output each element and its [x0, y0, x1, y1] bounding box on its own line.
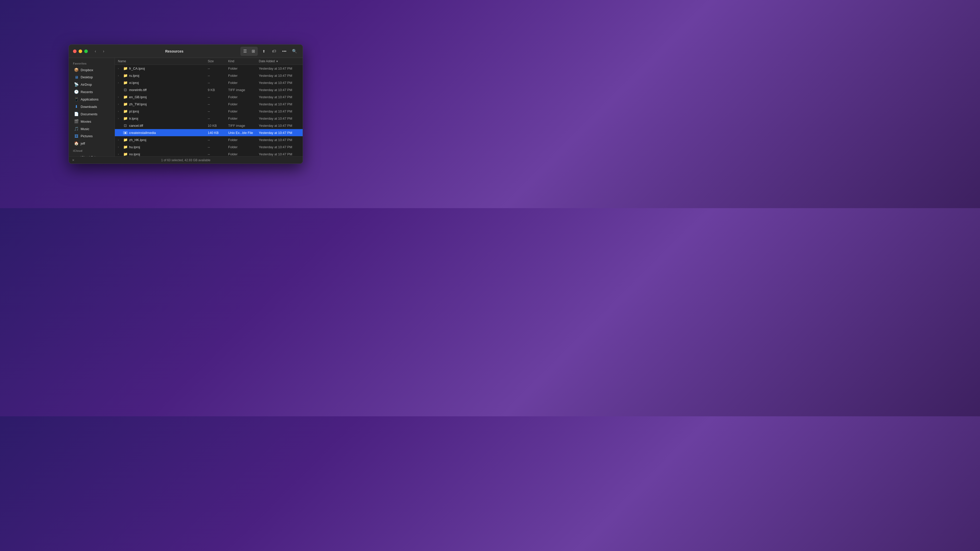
file-kind: Folder	[228, 81, 259, 85]
file-size: 10 KB	[208, 124, 228, 127]
file-name-col: › 📁 zh_HK.lproj	[118, 138, 208, 142]
folder-icon: 📁	[123, 116, 127, 121]
col-name-header[interactable]: Name	[118, 59, 208, 63]
sidebar-item-dropbox[interactable]: 📦 Dropbox	[70, 66, 113, 73]
table-row[interactable]: › 📁 zh_HK.lproj -- Folder Yesterday at 1…	[115, 136, 303, 143]
table-row[interactable]: › 📁 hu.lproj -- Folder Yesterday at 10:4…	[115, 143, 303, 151]
folder-icon: 📁	[123, 138, 127, 142]
folder-icon: 📁	[123, 145, 127, 149]
file-name-col: › 📁 no.lproj	[118, 152, 208, 156]
file-date: Yesterday at 10:47 PM	[259, 138, 300, 142]
table-row[interactable]: ⊡ moreInfo.tiff 9 KB TIFF image Yesterda…	[115, 86, 303, 94]
grid-view-button[interactable]: ⊞	[249, 47, 257, 56]
expand-arrow-icon[interactable]: ›	[118, 146, 121, 148]
sidebar-item-downloads[interactable]: ⬇ Downloads	[70, 103, 113, 110]
table-row[interactable]: › 📁 fr_CA.lproj -- Folder Yesterday at 1…	[115, 65, 303, 72]
sidebar-item-applications[interactable]: 📱 Applications	[70, 96, 113, 103]
expand-arrow-icon[interactable]: ›	[118, 74, 121, 77]
col-size-header[interactable]: Size	[208, 59, 228, 63]
file-name-col: › 📁 zh_TW.lproj	[118, 102, 208, 106]
file-name: zh_TW.lproj	[129, 102, 147, 106]
folder-icon: 📁	[123, 81, 127, 85]
minimize-button[interactable]	[79, 49, 82, 53]
share-icon: ⬆	[262, 49, 266, 53]
file-kind: Unix Ex...ble File	[228, 131, 259, 135]
table-row[interactable]: ⊡ cancel.tiff 10 KB TIFF image Yesterday…	[115, 122, 303, 129]
folder-icon: 📁	[123, 73, 127, 78]
file-date: Yesterday at 10:47 PM	[259, 95, 300, 99]
expand-arrow-icon[interactable]: ›	[118, 67, 121, 70]
file-name: ru.lproj	[129, 74, 139, 78]
file-size: --	[208, 102, 228, 106]
expand-arrow-icon[interactable]: ›	[118, 96, 121, 98]
file-size: --	[208, 152, 228, 156]
file-name: hu.lproj	[129, 145, 140, 149]
main-content: Favorites 📦 Dropbox 🖥 Desktop 📡 AirDrop …	[69, 58, 303, 156]
file-name-col: › 📁 ru.lproj	[118, 73, 208, 78]
table-row[interactable]: › 📁 pl.lproj -- Folder Yesterday at 10:4…	[115, 108, 303, 115]
file-date: Yesterday at 10:47 PM	[259, 74, 300, 78]
documents-icon: 📄	[74, 112, 79, 116]
sidebar-item-label: Recents	[81, 90, 93, 94]
table-row[interactable]: › 📁 ru.lproj -- Folder Yesterday at 10:4…	[115, 72, 303, 79]
col-date-header[interactable]: Date Added ▼	[259, 59, 300, 63]
file-name-col: ⊡ cancel.tiff	[118, 124, 208, 127]
file-name: createinstallmedia	[129, 131, 156, 135]
file-date: Yesterday at 10:47 PM	[259, 131, 300, 135]
file-date: Yesterday at 10:47 PM	[259, 124, 300, 127]
tag-button[interactable]: 🏷	[270, 47, 278, 56]
table-row[interactable]: › 📁 vi.lproj -- Folder Yesterday at 10:4…	[115, 79, 303, 86]
file-name-col: ⊡ moreInfo.tiff	[118, 88, 208, 92]
file-name-col: ■ createinstallmedia	[118, 131, 208, 135]
back-button[interactable]: ‹	[92, 48, 99, 55]
sort-arrow-icon: ▼	[276, 60, 278, 63]
close-button[interactable]	[73, 49, 76, 53]
sidebar-item-airdrop[interactable]: 📡 AirDrop	[70, 81, 113, 88]
table-row[interactable]: › 📁 tr.lproj -- Folder Yesterday at 10:4…	[115, 115, 303, 122]
status-close-button[interactable]: ✕	[72, 159, 75, 162]
table-row[interactable]: › 📁 en_GB.lproj -- Folder Yesterday at 1…	[115, 94, 303, 100]
share-button[interactable]: ⬆	[260, 47, 268, 56]
sidebar-item-recents[interactable]: 🕐 Recents	[70, 88, 113, 95]
sidebar-item-movies[interactable]: 🎬 Movies	[70, 118, 113, 125]
search-button[interactable]: 🔍	[290, 47, 299, 56]
file-rows-container: › 📁 fr_CA.lproj -- Folder Yesterday at 1…	[115, 65, 303, 156]
file-name: tr.lproj	[129, 117, 138, 121]
forward-button[interactable]: ›	[100, 48, 107, 55]
expand-arrow-icon[interactable]: ›	[118, 138, 121, 141]
sidebar-item-jeff[interactable]: 🏠 jeff	[70, 140, 113, 147]
file-date: Yesterday at 10:47 PM	[259, 152, 300, 156]
file-name-col: › 📁 vi.lproj	[118, 81, 208, 85]
sidebar-item-music[interactable]: 🎵 Music	[70, 125, 113, 132]
sidebar-item-desktop[interactable]: 🖥 Desktop	[70, 74, 113, 81]
file-size: 140 KB	[208, 131, 228, 135]
file-date: Yesterday at 10:47 PM	[259, 81, 300, 85]
file-name: pl.lproj	[129, 110, 139, 113]
sidebar-item-label: AirDrop	[81, 83, 92, 86]
traffic-lights	[73, 49, 88, 53]
downloads-icon: ⬇	[74, 104, 79, 109]
list-view-button[interactable]: ☰	[241, 47, 249, 56]
status-text: 1 of 63 selected, 42.93 GB available	[161, 159, 210, 162]
pictures-icon: 🖼	[74, 134, 79, 138]
file-name-col: › 📁 tr.lproj	[118, 116, 208, 121]
table-row[interactable]: › 📁 zh_TW.lproj -- Folder Yesterday at 1…	[115, 100, 303, 108]
dropbox-icon: 📦	[74, 68, 79, 72]
table-row[interactable]: › 📁 no.lproj -- Folder Yesterday at 10:4…	[115, 151, 303, 156]
expand-arrow-icon[interactable]: ›	[118, 110, 121, 113]
expand-arrow-icon[interactable]: ›	[118, 153, 121, 156]
more-button[interactable]: •••	[280, 47, 288, 56]
icloud-label: iCloud	[69, 147, 115, 153]
file-list: Name Size Kind Date Added ▼ › 📁 fr_CA.lp…	[115, 58, 303, 156]
expand-arrow-icon[interactable]: ›	[118, 81, 121, 84]
folder-icon: 📁	[123, 109, 127, 113]
maximize-button[interactable]	[84, 49, 88, 53]
col-kind-header[interactable]: Kind	[228, 59, 259, 63]
file-name: zh_HK.lproj	[129, 138, 146, 142]
table-row[interactable]: ■ createinstallmedia 140 KB Unix Ex...bl…	[115, 129, 303, 136]
expand-arrow-icon[interactable]: ›	[118, 103, 121, 106]
sidebar-item-pictures[interactable]: 🖼 Pictures	[70, 133, 113, 140]
expand-arrow-icon[interactable]: ›	[118, 117, 121, 120]
sidebar-item-icloud-drive[interactable]: ☁ iCloud Drive	[70, 154, 113, 156]
sidebar-item-documents[interactable]: 📄 Documents	[70, 110, 113, 118]
